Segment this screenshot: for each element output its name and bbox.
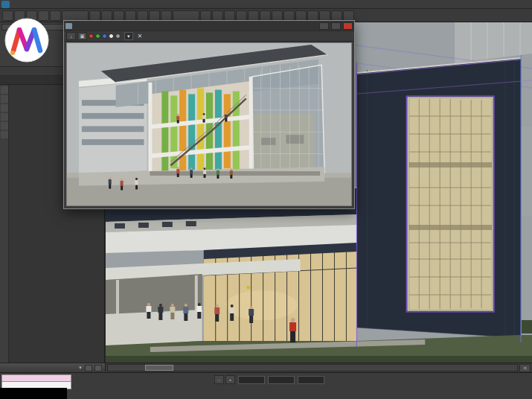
- bottom-band: ▼ ≡: [0, 363, 532, 372]
- activeshade-titlebar[interactable]: [64, 21, 354, 31]
- x-coordinate-field[interactable]: [238, 376, 265, 384]
- select-move-icon[interactable]: [137, 10, 148, 21]
- select-object-icon[interactable]: [89, 10, 100, 21]
- rotate-icon[interactable]: [149, 10, 160, 21]
- rendered-scene: [67, 43, 351, 205]
- isolate-selection-toggle[interactable]: ◦: [214, 375, 224, 384]
- activeshade-window[interactable]: ↓ ▣ ▾ ✕: [63, 20, 355, 209]
- trackbar-ruler[interactable]: [107, 364, 518, 371]
- open-mini-curve-editor-button[interactable]: ≡: [519, 364, 531, 372]
- redo-icon[interactable]: [50, 10, 61, 21]
- design-mini-icon-2[interactable]: [94, 365, 102, 371]
- curtain-window: [406, 96, 494, 312]
- display-helpers-icon[interactable]: [1, 122, 8, 130]
- lock-selection-icon[interactable]: [1, 131, 8, 138]
- explorer-tool-strip: [0, 85, 9, 363]
- angle-snap-icon[interactable]: [224, 10, 235, 21]
- percent-snap-icon[interactable]: [236, 10, 247, 21]
- activeshade-icon: [65, 23, 72, 29]
- select-by-name-icon[interactable]: [101, 10, 112, 21]
- z-coordinate-field[interactable]: [298, 376, 324, 384]
- maxscript-mini-listener[interactable]: [1, 374, 71, 389]
- display-geometry-icon[interactable]: [1, 95, 8, 103]
- maximize-button[interactable]: [331, 22, 341, 30]
- health-center-building: [106, 188, 356, 348]
- time-slider-handle[interactable]: [145, 365, 173, 371]
- listener-macro-line[interactable]: [1, 374, 71, 382]
- activeshade-render-area: [66, 42, 352, 206]
- status-bar: ◦ ▪: [0, 372, 532, 399]
- find-icon[interactable]: [1, 86, 8, 94]
- m-logo-watermark: [3, 16, 51, 64]
- rendered-frame-icon[interactable]: [331, 10, 342, 21]
- pivot-icon[interactable]: [200, 10, 211, 21]
- app-logo-icon[interactable]: [1, 1, 10, 8]
- render-production-icon[interactable]: [343, 10, 354, 21]
- save-image-icon[interactable]: ↓: [66, 32, 76, 40]
- render-glass-box: [252, 64, 324, 178]
- selection-filter-dropdown[interactable]: [62, 10, 89, 21]
- render-atrium: [148, 77, 252, 185]
- rect-selection-icon[interactable]: [113, 10, 124, 21]
- design-standard-bar[interactable]: ▼: [0, 363, 106, 372]
- blue-channel-icon[interactable]: [102, 33, 107, 39]
- schematic-view-icon[interactable]: [295, 10, 307, 21]
- clone-window-icon[interactable]: ▣: [77, 32, 87, 40]
- align-icon[interactable]: [260, 10, 271, 21]
- coordinate-display: ◦ ▪: [214, 375, 324, 384]
- material-editor-icon[interactable]: [307, 10, 318, 21]
- channel-display-dropdown[interactable]: ▾: [124, 32, 133, 40]
- layer-manager-icon[interactable]: [272, 10, 283, 21]
- activeshade-toolbar: ↓ ▣ ▾ ✕: [64, 31, 354, 42]
- selection-lock-toggle[interactable]: ▪: [225, 375, 235, 384]
- y-coordinate-field[interactable]: [268, 376, 295, 384]
- menu-bar: [0, 0, 532, 9]
- green-channel-icon[interactable]: [95, 33, 100, 39]
- monochrome-channel-icon[interactable]: [115, 33, 121, 39]
- red-channel-icon[interactable]: [89, 33, 94, 39]
- mirror-icon[interactable]: [248, 10, 259, 21]
- yellow-object: [247, 286, 250, 289]
- chevron-down-icon: ▼: [78, 366, 83, 370]
- alpha-channel-icon[interactable]: [109, 33, 114, 39]
- listener-text-overlay: [0, 388, 67, 399]
- crossing-selection-icon[interactable]: [125, 10, 136, 21]
- minimize-button[interactable]: [319, 22, 329, 30]
- display-lights-icon[interactable]: [1, 104, 8, 112]
- m-dot-orange: [10, 51, 15, 55]
- ref-coord-dropdown[interactable]: [173, 10, 199, 21]
- scale-icon[interactable]: [161, 10, 172, 21]
- display-cameras-icon[interactable]: [1, 113, 8, 121]
- curve-editor-icon[interactable]: [283, 10, 295, 21]
- clear-render-icon[interactable]: ✕: [138, 33, 143, 39]
- snap-3d-icon[interactable]: [212, 10, 223, 21]
- close-button[interactable]: [343, 22, 353, 30]
- render-setup-icon[interactable]: [319, 10, 330, 21]
- design-mini-icon[interactable]: [85, 365, 92, 371]
- 3dsmax-window: ↓ ▣ ▾ ✕: [0, 0, 532, 399]
